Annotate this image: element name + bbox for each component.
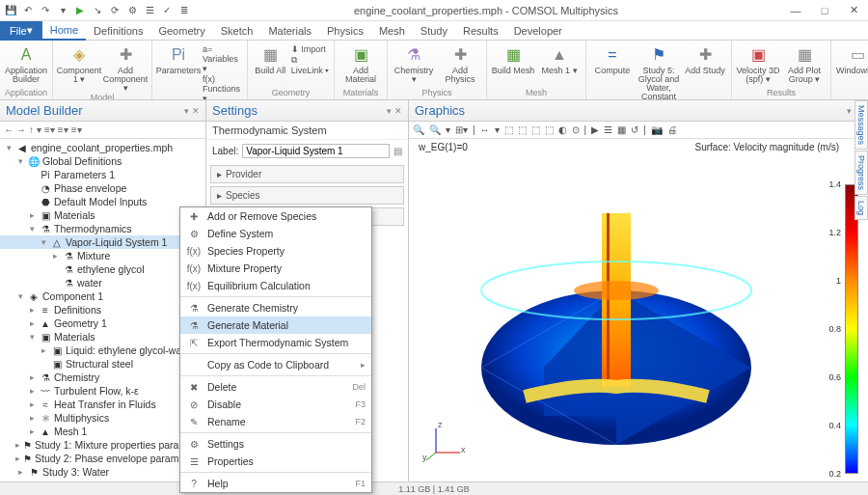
side-tabs[interactable]: Messages Progress Log (854, 100, 868, 221)
tab-progress[interactable]: Progress (854, 151, 868, 195)
tree-node[interactable]: PiParameters 1 (0, 168, 205, 181)
menu-add-or-remove-species[interactable]: ✚Add or Remove Species (180, 207, 371, 225)
section-provider[interactable]: ▸Provider (210, 165, 404, 183)
menu-settings[interactable]: ⚙Settings (180, 435, 371, 453)
db-icon[interactable]: ≣ (177, 4, 191, 17)
model-tree[interactable]: ▾◀engine_coolant_properties.mph▾🌐Global … (0, 139, 205, 481)
tree-node[interactable]: ▸⚑Study 2: Phase envelope parameterizati… (0, 452, 205, 465)
tree-node[interactable]: ▾△Vapor-Liquid System 1 (0, 235, 205, 249)
ribbon-mesh-1-[interactable]: ▲Mesh 1 ▾ (537, 42, 582, 75)
menu-help[interactable]: ?HelpF1 (180, 475, 371, 492)
tree-node[interactable]: ▾⚗Thermodynamics (0, 222, 205, 235)
tab-home[interactable]: Home (42, 21, 86, 41)
svg-rect-2 (607, 213, 610, 387)
ribbon-velocity-3d-spf-[interactable]: ▣Velocity 3D (spf) ▾ (736, 42, 780, 84)
tree-node[interactable]: ▸⚑Study 4: Glycol and Water (0, 479, 205, 481)
maximize-button[interactable]: □ (810, 0, 839, 21)
ribbon-parameters[interactable]: PiParameters (156, 42, 201, 75)
menu-equilibrium-calculation[interactable]: f(x)Equilibrium Calculation (180, 277, 371, 294)
save-icon[interactable]: 💾 (4, 4, 17, 17)
redo-icon[interactable]: ↷ (39, 4, 52, 17)
menu-export-thermodynamic-system[interactable]: ⇱Export Thermodynamic System (180, 334, 371, 351)
tree-node[interactable]: ▸⚗Chemistry (0, 371, 205, 384)
tree-node[interactable]: ▸⚑Study 1: Mixture properties parameteri… (0, 438, 205, 452)
refresh-icon[interactable]: ⟳ (108, 4, 122, 17)
tab-log[interactable]: Log (854, 196, 868, 220)
tree-node[interactable]: ▸⚑Study 3: Water (0, 465, 205, 479)
tree-node[interactable]: ▸〰Turbulent Flow, k-ε (0, 384, 205, 398)
tab-geometry[interactable]: Geometry (150, 22, 212, 40)
tab-mesh[interactable]: Mesh (371, 22, 413, 40)
menu-generate-chemistry[interactable]: ⚗Generate Chemistry (180, 299, 371, 316)
close-button[interactable]: ✕ (839, 0, 868, 21)
label-input[interactable] (242, 144, 390, 158)
tab-physics[interactable]: Physics (319, 22, 371, 40)
ribbon-build-mesh[interactable]: ▦Build Mesh (491, 42, 535, 75)
tree-node[interactable]: ▸≡Definitions (0, 303, 205, 316)
down-icon[interactable]: ▾ (56, 4, 69, 17)
check-icon[interactable]: ✓ (160, 4, 174, 17)
ribbon-application-builder[interactable]: AApplication Builder (4, 42, 48, 84)
ribbon-build-all[interactable]: ▦Build All (252, 42, 289, 75)
tree-node[interactable]: ⚗water (0, 276, 205, 289)
ribbon-add-plot-group-[interactable]: ▦Add Plot Group ▾ (782, 42, 827, 84)
minimize-button[interactable]: — (781, 0, 810, 21)
undo-icon[interactable]: ↶ (21, 4, 35, 17)
ribbon-windows-[interactable]: ▭Windows ▾ (835, 42, 868, 75)
tree-node[interactable]: ▸▲Mesh 1 (0, 425, 205, 438)
tree-node[interactable]: ◔Phase envelope (0, 181, 205, 195)
menu-define-system[interactable]: ⚙Define System (180, 225, 371, 242)
tab-study[interactable]: Study (413, 22, 455, 40)
camera-icon: 📷 (651, 124, 663, 135)
menu-disable[interactable]: ⊘DisableF3 (180, 396, 371, 413)
main-area: Model Builder▾ ✕ ←→↑▾≡▾≡▾≡▾ ▾◀engine_coo… (0, 100, 868, 481)
tree-node[interactable]: ▸▣Liquid: ethylene glycol-water 1 (0, 344, 205, 357)
ribbon-study-5-glycol-and-water-constant-properties-[interactable]: ⚑Study 5: Glycol and Water, Constant Pro… (637, 42, 681, 100)
file-menu[interactable]: File ▾ (0, 21, 42, 41)
menu-species-property[interactable]: f(x)Species Property (180, 242, 371, 260)
graphics-toolbar[interactable]: 🔍🔍 ▾⊞▾|↔▾ ⬚⬚⬚⬚◐⊙ |▶☰▦↺ |📷🖨 (409, 122, 868, 139)
ribbon-add-material[interactable]: ▣Add Material (339, 42, 383, 84)
tab-developer[interactable]: Developer (506, 22, 570, 40)
play-icon[interactable]: ▶ (73, 4, 87, 17)
graphics-canvas[interactable]: 1.41.210.80.60.40.2 z x y (409, 155, 868, 481)
tab-definitions[interactable]: Definitions (86, 22, 150, 40)
menu-properties[interactable]: ☰Properties (180, 453, 371, 470)
tree-node[interactable]: ▾◈Component 1 (0, 289, 205, 303)
tag-icon[interactable]: ▤ (393, 146, 402, 156)
menu-rename[interactable]: ✎RenameF2 (180, 413, 371, 430)
tab-sketch[interactable]: Sketch (213, 22, 261, 40)
ribbon-add-study[interactable]: ✚Add Study (683, 42, 727, 75)
model-builder-toolbar[interactable]: ←→↑▾≡▾≡▾≡▾ (0, 122, 205, 139)
tab-materials[interactable]: Materials (260, 22, 319, 40)
tree-node[interactable]: ▸▲Geometry 1 (0, 316, 205, 330)
ribbon-chemistry-[interactable]: ⚗Chemistry ▾ (392, 42, 436, 84)
tree-node[interactable]: ▸⚗Mixture (0, 249, 205, 262)
tree-node[interactable]: ⬣Default Model Inputs (0, 195, 205, 208)
menu-generate-material[interactable]: ⚗Generate Material (180, 316, 371, 334)
arrow-icon[interactable]: ↘ (91, 4, 104, 17)
tab-results[interactable]: Results (455, 22, 506, 40)
zoom-in-icon: 🔍 (413, 124, 424, 135)
ribbon-compute[interactable]: =Compute (590, 42, 635, 75)
context-menu[interactable]: ✚Add or Remove Species⚙Define Systemf(x)… (179, 206, 372, 493)
tree-node[interactable]: ▣Structural steel (0, 357, 205, 371)
menu-copy-as-code-to-clipboard[interactable]: Copy as Code to Clipboard▸ (180, 356, 371, 373)
tab-messages[interactable]: Messages (854, 100, 868, 150)
section-species[interactable]: ▸Species (210, 186, 404, 205)
cog-icon[interactable]: ⚙ (125, 4, 139, 17)
tree-node[interactable]: ▸≈Heat Transfer in Fluids (0, 398, 205, 411)
ribbon-component-1-[interactable]: ◈Component 1 ▾ (57, 42, 101, 84)
ribbon-add-component-[interactable]: ✚Add Component ▾ (103, 42, 148, 93)
list-icon[interactable]: ☰ (143, 4, 156, 17)
svg-line-7 (426, 453, 436, 460)
tree-node[interactable]: ▾▣Materials (0, 330, 205, 344)
tree-node[interactable]: ▸⚛Multiphysics (0, 411, 205, 425)
tree-node[interactable]: ▸▣Materials (0, 208, 205, 222)
menu-mixture-property[interactable]: f(x)Mixture Property (180, 260, 371, 277)
ribbon-add-physics[interactable]: ✚Add Physics (438, 42, 482, 84)
tree-node[interactable]: ⚗ethylene glycol (0, 262, 205, 276)
menu-delete[interactable]: ✖DeleteDel (180, 378, 371, 396)
tree-node[interactable]: ▾◀engine_coolant_properties.mph (0, 141, 205, 154)
tree-node[interactable]: ▾🌐Global Definitions (0, 154, 205, 168)
